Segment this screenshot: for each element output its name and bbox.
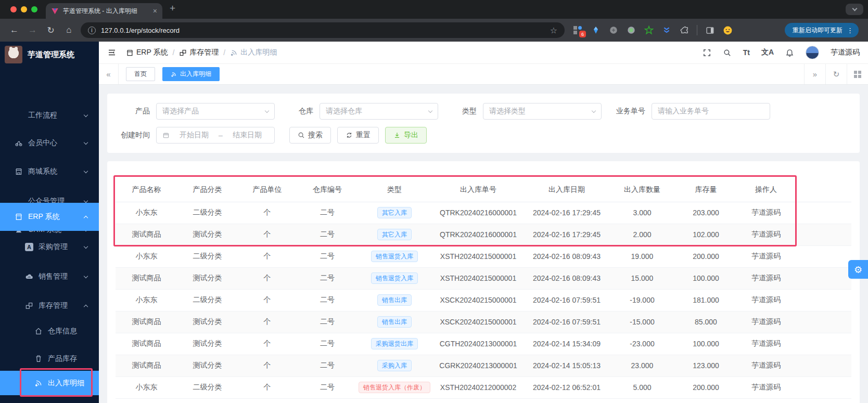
bookmark-star-icon[interactable]: ☆ — [550, 25, 557, 35]
tabs-scroll-right-button[interactable]: » — [804, 64, 825, 84]
sidebar-item-stock-record[interactable]: 出入库明细 — [0, 371, 99, 395]
sidebar-item-purchase-mgmt[interactable]: A 采购管理 — [0, 237, 99, 257]
window-zoom-button[interactable] — [31, 6, 37, 12]
cell-operator: 芋道源码 — [736, 376, 796, 398]
reload-button[interactable]: ↻ — [42, 25, 60, 36]
sidebar-item-warehouse-info[interactable]: 仓库信息 — [0, 321, 99, 342]
address-bar[interactable]: i 127.0.0.1/erp/stock/record ☆ — [81, 22, 565, 38]
sidebar-item-mall-system[interactable]: 商城系统 — [0, 161, 99, 182]
browser-menu-icon[interactable]: ⋮ — [847, 27, 853, 34]
cell-unit: 个 — [237, 311, 297, 333]
browser-tab-strip: 芋道管理系统 - 出入库明细 × + — [0, 0, 868, 19]
tab-search-button[interactable] — [846, 4, 863, 15]
boxes-icon — [179, 49, 187, 57]
page-tab-stock-record[interactable]: 出入库明细 — [162, 67, 220, 81]
emoji-profile-icon[interactable] — [722, 25, 733, 35]
search-icon[interactable] — [723, 48, 732, 57]
fullscreen-icon[interactable] — [703, 48, 711, 57]
extension-icon-gray[interactable] — [608, 25, 619, 35]
biz-no-input[interactable]: 请输入业务单号 — [652, 103, 770, 120]
tab-close-icon[interactable]: × — [153, 7, 157, 15]
username[interactable]: 芋道源码 — [831, 48, 860, 57]
extensions-puzzle-icon[interactable] — [679, 25, 690, 35]
cell-type: 其它入库 — [358, 202, 431, 224]
side-panel-icon[interactable] — [705, 25, 715, 35]
date-range-input[interactable]: 开始日期 – 结束日期 — [156, 127, 275, 144]
breadcrumb-item-erp[interactable]: ERP 系统 — [126, 48, 168, 57]
cell-stock: 100.000 — [676, 333, 736, 355]
sidebar-item-workflow[interactable]: 工作流程 — [0, 105, 99, 126]
extension-icon-green-star[interactable] — [644, 25, 654, 35]
chrome-update-button[interactable]: 重新启动即可更新 ⋮ — [785, 23, 859, 37]
signal-icon — [230, 49, 238, 57]
extension-icon-green-dot[interactable] — [626, 25, 636, 35]
tabs-refresh-button[interactable]: ↻ — [825, 64, 847, 84]
font-size-icon[interactable]: Tt — [743, 48, 750, 57]
chevron-down-icon — [84, 168, 88, 173]
col-stock: 库存量 — [676, 178, 736, 202]
cell-stock: 203.000 — [676, 202, 736, 224]
reset-button[interactable]: 重置 — [337, 127, 379, 144]
chevron-down-icon — [84, 112, 88, 116]
tabs-bar-actions: » ↻ — [804, 64, 868, 84]
product-select-placeholder: 请选择产品 — [162, 107, 199, 116]
settings-fab[interactable]: ⚙ — [848, 260, 868, 279]
breadcrumb-item-stock-mgmt[interactable]: 库存管理 — [179, 48, 219, 57]
cell-warehouse: 二号 — [297, 355, 358, 376]
reset-button-label: 重置 — [356, 131, 371, 140]
translate-icon[interactable]: 文A — [761, 48, 774, 57]
extension-icon-blue-chevrons[interactable] — [661, 25, 672, 35]
cell-date: 2024-02-16 07:59:51 — [525, 289, 608, 311]
cell-order-no: QTRK20240216000001 — [431, 224, 525, 245]
app-logo[interactable]: 芋道管理系统 — [0, 42, 99, 68]
sidebar-item-product-stock[interactable]: 产品库存 — [0, 348, 99, 369]
tabs-scroll-left-button[interactable]: « — [99, 64, 119, 84]
app-logo-avatar — [5, 46, 22, 63]
type-select[interactable]: 请选择类型 — [483, 103, 602, 120]
table-row: 小东东 二级分类 个 二号 销售退货入库（作废） XSTH20240212000… — [116, 376, 851, 398]
search-button[interactable]: 搜索 — [289, 127, 331, 144]
extension-icon-vue[interactable] — [591, 25, 601, 35]
window-close-button[interactable] — [10, 6, 17, 12]
breadcrumb-item-stock-record: 出入库明细 — [230, 48, 277, 57]
cell-product: 测试商品 — [116, 333, 177, 355]
tabs-layout-button[interactable] — [847, 64, 868, 84]
col-filler — [796, 178, 851, 202]
export-button[interactable]: 导出 — [385, 127, 427, 144]
extension-icon-stats[interactable]: 6 — [573, 25, 583, 35]
window-minimize-button[interactable] — [21, 6, 27, 12]
collapse-menu-icon[interactable] — [107, 48, 117, 57]
cell-order-no: QTRK20240216000001 — [431, 202, 525, 224]
cell-product: 测试商品 — [116, 311, 177, 333]
sidebar-item-label: 会员中心 — [28, 138, 57, 148]
col-warehouse: 仓库编号 — [297, 178, 358, 202]
page-tab-home[interactable]: 首页 — [126, 67, 155, 81]
breadcrumb-label: 库存管理 — [189, 48, 219, 57]
user-avatar[interactable] — [806, 46, 819, 59]
cell-order-no: XSCK20240215000001 — [431, 311, 525, 333]
cell-filler — [796, 245, 851, 267]
sidebar-item-erp-system[interactable]: ERP 系统 — [0, 203, 99, 231]
sidebar-item-sales-mgmt[interactable]: 销售管理 — [0, 266, 99, 287]
cell-unit: 个 — [237, 245, 297, 267]
chevron-up-icon — [84, 215, 88, 219]
warehouse-select[interactable]: 请选择仓库 — [320, 103, 438, 120]
product-select[interactable]: 请选择产品 — [156, 103, 275, 120]
extensions-area: 6 — [573, 25, 733, 35]
cell-type: 采购入库 — [358, 355, 431, 376]
forward-button[interactable]: → — [23, 25, 42, 35]
cell-qty: 15.000 — [608, 267, 676, 289]
new-tab-button[interactable]: + — [170, 3, 175, 14]
sidebar-item-stock-mgmt[interactable]: 库存管理 — [0, 295, 99, 316]
sidebar-item-member-center[interactable]: 会员中心 — [0, 133, 99, 153]
cell-filler — [796, 333, 851, 355]
home-button[interactable]: ⌂ — [60, 25, 78, 35]
bell-icon[interactable] — [785, 48, 794, 57]
cell-warehouse: 二号 — [297, 333, 358, 355]
chevron-down-icon — [84, 140, 88, 144]
back-button[interactable]: ← — [5, 25, 23, 35]
site-info-icon[interactable]: i — [88, 27, 96, 34]
browser-tab[interactable]: 芋道管理系统 - 出入库明细 × — [46, 3, 162, 19]
page-tab-label: 出入库明细 — [180, 70, 211, 79]
cell-unit: 个 — [237, 333, 297, 355]
